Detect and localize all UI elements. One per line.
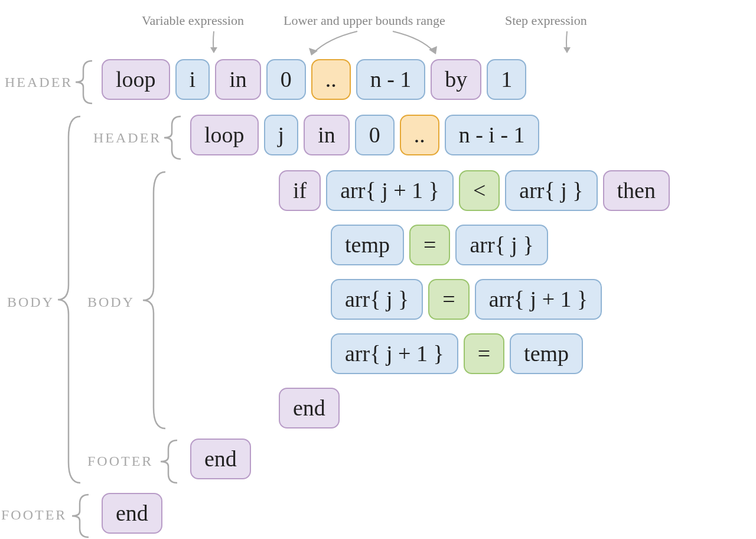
token-zero: 0 bbox=[266, 59, 306, 100]
label-header-outer: HEADER bbox=[5, 74, 73, 90]
label-body-inner: BODY bbox=[87, 294, 135, 310]
token-dots: .. bbox=[400, 115, 439, 155]
row-assign-2: arr{ j } = arr{ j + 1 } bbox=[331, 279, 602, 320]
label-body-outer: BODY bbox=[7, 294, 54, 310]
token-loop: loop bbox=[102, 59, 170, 100]
token-arr-jp1: arr{ j + 1 } bbox=[326, 170, 454, 211]
token-end: end bbox=[102, 493, 162, 534]
token-one: 1 bbox=[487, 59, 526, 100]
token-temp: temp bbox=[331, 225, 404, 265]
row-outer-header: loop i in 0 .. n - 1 by 1 bbox=[102, 59, 526, 100]
token-arr-jp1: arr{ j + 1 } bbox=[331, 333, 458, 374]
annotation-var-expr: Variable expression bbox=[142, 13, 244, 28]
token-then: then bbox=[603, 170, 670, 211]
token-loop: loop bbox=[190, 115, 259, 155]
arrow-step bbox=[560, 28, 578, 58]
arrow-bounds bbox=[298, 30, 452, 59]
annotation-step: Step expression bbox=[505, 13, 587, 28]
brace-body-outer bbox=[52, 113, 87, 486]
row-if: if arr{ j + 1 } < arr{ j } then bbox=[279, 170, 670, 211]
token-i: i bbox=[175, 59, 210, 100]
annotation-bounds: Lower and upper bounds range bbox=[284, 13, 445, 28]
token-in: in bbox=[215, 59, 261, 100]
token-arr-j: arr{ j } bbox=[505, 170, 597, 211]
row-end-if: end bbox=[279, 388, 340, 428]
token-arr-jp1: arr{ j + 1 } bbox=[475, 279, 602, 320]
brace-header-outer bbox=[69, 58, 98, 106]
label-header-inner: HEADER bbox=[93, 130, 161, 146]
token-upper: n - 1 bbox=[356, 59, 426, 100]
token-eq: = bbox=[464, 333, 504, 374]
row-end-outer: end bbox=[102, 493, 162, 534]
token-eq: = bbox=[409, 225, 450, 265]
token-arr-j: arr{ j } bbox=[455, 225, 548, 265]
token-dots: .. bbox=[311, 59, 351, 100]
token-lt: < bbox=[459, 170, 500, 211]
token-eq: = bbox=[428, 279, 469, 320]
brace-footer-outer bbox=[65, 492, 94, 539]
token-if: if bbox=[279, 170, 321, 211]
token-in: in bbox=[304, 115, 350, 155]
brace-footer-inner bbox=[154, 437, 183, 486]
brace-body-inner bbox=[137, 169, 172, 431]
token-end: end bbox=[279, 388, 340, 428]
token-end: end bbox=[190, 439, 251, 479]
token-temp: temp bbox=[510, 333, 583, 374]
row-assign-3: arr{ j + 1 } = temp bbox=[331, 333, 583, 374]
token-upper: n - i - 1 bbox=[445, 115, 539, 155]
label-footer-inner: FOOTER bbox=[87, 453, 153, 469]
token-arr-j: arr{ j } bbox=[331, 279, 423, 320]
row-inner-header: loop j in 0 .. n - i - 1 bbox=[190, 115, 539, 155]
arrow-var-expr bbox=[207, 28, 224, 58]
token-by: by bbox=[431, 59, 481, 100]
brace-header-inner bbox=[157, 113, 187, 162]
row-assign-1: temp = arr{ j } bbox=[331, 225, 548, 265]
token-zero: 0 bbox=[355, 115, 395, 155]
label-footer-outer: FOOTER bbox=[1, 507, 67, 523]
token-j: j bbox=[264, 115, 299, 155]
row-end-inner: end bbox=[190, 439, 251, 479]
